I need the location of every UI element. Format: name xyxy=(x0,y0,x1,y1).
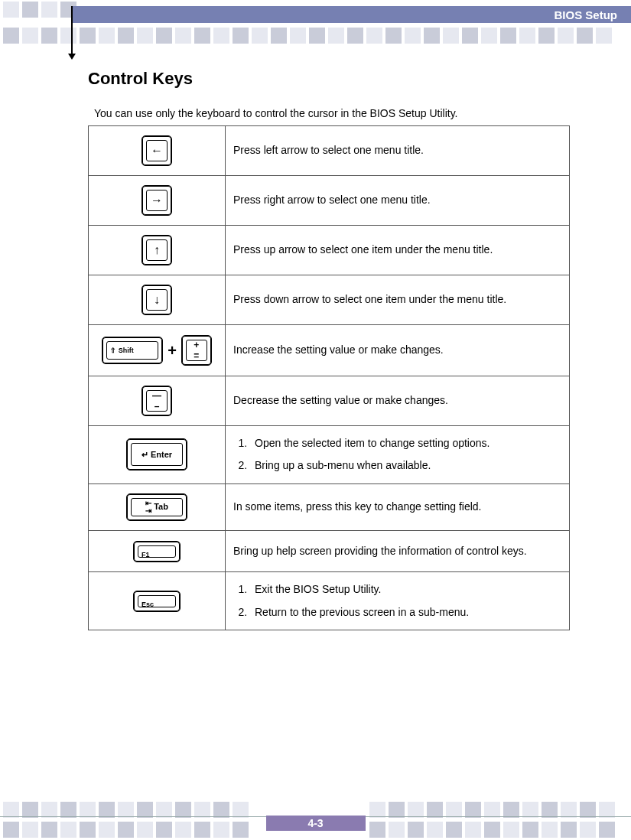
table-row: Enter Open the selected item to change s… xyxy=(89,426,570,484)
key-description: Press down arrow to select one item unde… xyxy=(226,275,570,325)
key-cell: Esc xyxy=(89,572,226,630)
table-row: ⇧ Shift + += Increase the setting value … xyxy=(89,325,570,376)
list-item: Bring up a sub-menu when available. xyxy=(250,454,561,477)
minus-key-icon: —– xyxy=(141,386,172,416)
plus-equals-key-icon: += xyxy=(181,335,212,366)
bottom-decorative-band: 4-3 xyxy=(0,797,631,840)
key-cell: ← xyxy=(89,126,226,176)
key-description: In some items, press this key to change … xyxy=(226,483,570,530)
key-cell: —– xyxy=(89,376,226,426)
key-description: Press right arrow to select one menu tit… xyxy=(226,176,570,226)
tab-key-icon: ⇤⇥ Tab xyxy=(126,493,187,521)
key-description: Open the selected item to change setting… xyxy=(226,426,570,484)
right-arrow-key-icon: → xyxy=(141,185,172,216)
top-decorative-band: BIOS Setup xyxy=(0,0,631,46)
enter-key-icon: Enter xyxy=(126,438,187,470)
key-cell: → xyxy=(89,176,226,226)
key-cell: ↓ xyxy=(89,275,226,325)
table-row: ⇤⇥ Tab In some items, press this key to … xyxy=(89,483,570,530)
list-item: Open the selected item to change setting… xyxy=(250,432,561,454)
page-number: 4-3 xyxy=(266,816,366,831)
intro-text: You can use only the keyboard to control… xyxy=(88,107,570,119)
page-content: Control Keys You can use only the keyboa… xyxy=(88,69,570,630)
list-item: Return to the previous screen in a sub-m… xyxy=(250,601,561,623)
table-row: ← Press left arrow to select one menu ti… xyxy=(89,126,570,176)
key-cell: ↑ xyxy=(89,226,226,275)
key-description: Press left arrow to select one menu titl… xyxy=(226,126,570,176)
header-title-bar: BIOS Setup xyxy=(73,6,631,23)
table-row: —– Decrease the setting value or make ch… xyxy=(89,376,570,426)
section-heading: Control Keys xyxy=(88,69,570,89)
key-description: Increase the setting value or make chang… xyxy=(226,325,570,376)
list-item: Exit the BIOS Setup Utility. xyxy=(250,578,561,601)
key-cell: Enter xyxy=(89,426,226,484)
f1-key-icon: F1 xyxy=(133,541,181,562)
header-title: BIOS Setup xyxy=(554,8,617,21)
table-row: ↓ Press down arrow to select one item un… xyxy=(89,275,570,325)
key-cell: F1 xyxy=(89,530,226,571)
key-description: Exit the BIOS Setup Utility. Return to t… xyxy=(226,572,570,630)
control-keys-table: ← Press left arrow to select one menu ti… xyxy=(88,125,570,630)
down-arrow-key-icon: ↓ xyxy=(141,285,172,315)
up-arrow-key-icon: ↑ xyxy=(141,235,172,265)
key-cell: ⇧ Shift + += xyxy=(89,325,226,376)
plus-combiner: + xyxy=(168,334,177,366)
key-description: Bring up help screen providing the infor… xyxy=(226,530,570,571)
shift-key-icon: ⇧ Shift xyxy=(102,337,163,364)
table-row: F1 Bring up help screen providing the in… xyxy=(89,530,570,571)
table-row: → Press right arrow to select one menu t… xyxy=(89,176,570,226)
table-row: Esc Exit the BIOS Setup Utility. Return … xyxy=(89,572,570,630)
key-cell: ⇤⇥ Tab xyxy=(89,483,226,530)
vertical-arrow-line xyxy=(71,6,73,58)
key-description: Press up arrow to select one item under … xyxy=(226,226,570,275)
left-arrow-key-icon: ← xyxy=(141,135,172,166)
table-row: ↑ Press up arrow to select one item unde… xyxy=(89,226,570,275)
key-description: Decrease the setting value or make chang… xyxy=(226,376,570,426)
esc-key-icon: Esc xyxy=(133,591,181,612)
